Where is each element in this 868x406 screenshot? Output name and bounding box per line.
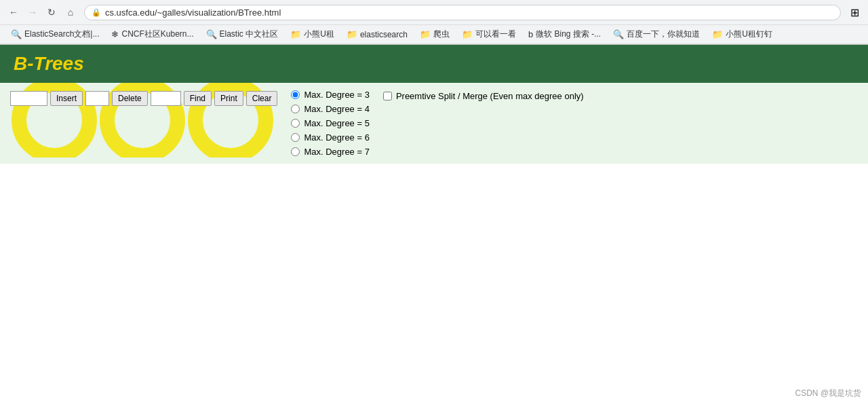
bookmark-3[interactable]: 📁 小熊U租 <box>285 27 340 41</box>
bookmark-2[interactable]: 🔍 Elastic 中文社区 <box>201 27 284 41</box>
address-text: cs.usfca.edu/~galles/visualization/BTree… <box>105 7 281 18</box>
controls-right: Max. Degree = 3 Max. Degree = 4 Max. Deg… <box>291 90 583 157</box>
radio-item-5[interactable]: Max. Degree = 5 <box>291 118 369 128</box>
bookmark-6[interactable]: 📁 可以看一看 <box>456 27 521 41</box>
delete-button[interactable]: Delete <box>112 91 148 106</box>
radio-item-7[interactable]: Max. Degree = 7 <box>291 147 369 157</box>
print-button[interactable]: Print <box>214 91 243 106</box>
back-button[interactable]: ← <box>5 4 22 20</box>
browser-toolbar: ← → ↻ ⌂ 🔒 cs.usfca.edu/~galles/visualiza… <box>0 0 868 25</box>
translate-icon[interactable]: ⊞ <box>846 4 863 20</box>
preemptive-section: Preemtive Split / Merge (Even max degree… <box>383 90 584 157</box>
browser-chrome: ← → ↻ ⌂ 🔒 cs.usfca.edu/~galles/visualiza… <box>0 0 868 45</box>
bookmark-0[interactable]: 🔍 ElasticSearch文档|... <box>5 27 104 41</box>
reload-button[interactable]: ↻ <box>43 4 60 20</box>
radio-item-6[interactable]: Max. Degree = 6 <box>291 132 369 143</box>
clear-button[interactable]: Clear <box>246 91 278 106</box>
preemptive-label[interactable]: Preemtive Split / Merge (Even max degree… <box>383 90 584 101</box>
insert-input[interactable] <box>10 91 47 106</box>
bookmark-9[interactable]: 📁 小熊U租钉钉 <box>707 27 778 41</box>
page-content: B-Trees Insert Delete Find Print Clear M… <box>0 45 868 164</box>
controls-left: Insert Delete Find Print Clear <box>10 90 277 106</box>
page-title: B-Trees <box>14 53 854 75</box>
radio-item-3[interactable]: Max. Degree = 3 <box>291 90 369 100</box>
page-header: B-Trees <box>0 45 868 83</box>
address-bar[interactable]: 🔒 cs.usfca.edu/~galles/visualization/BTr… <box>84 5 841 20</box>
home-button[interactable]: ⌂ <box>62 4 79 20</box>
radio-degree-7[interactable] <box>291 147 300 156</box>
preemptive-checkbox[interactable] <box>383 92 392 100</box>
radio-degree-3[interactable] <box>291 90 300 99</box>
radio-degree-6[interactable] <box>291 133 300 142</box>
radio-degree-4[interactable] <box>291 105 300 113</box>
forward-button[interactable]: → <box>24 4 41 20</box>
bookmark-1[interactable]: ❄ CNCF社区Kubern... <box>106 27 199 41</box>
bookmarks-bar: 🔍 ElasticSearch文档|... ❄ CNCF社区Kubern... … <box>0 25 868 44</box>
nav-buttons: ← → ↻ ⌂ <box>5 4 79 20</box>
bookmark-7[interactable]: b 微软 Bing 搜索 -... <box>523 27 606 41</box>
find-input[interactable] <box>151 91 181 106</box>
insert-button[interactable]: Insert <box>50 91 83 106</box>
radio-item-4[interactable]: Max. Degree = 4 <box>291 104 369 114</box>
find-button[interactable]: Find <box>184 91 212 106</box>
lock-icon: 🔒 <box>92 8 101 17</box>
bookmark-4[interactable]: 📁 elasticsearch <box>341 28 413 41</box>
controls-area: Insert Delete Find Print Clear Max. Degr… <box>0 83 868 164</box>
bookmark-5[interactable]: 📁 爬虫 <box>414 27 455 41</box>
degree-radio-group: Max. Degree = 3 Max. Degree = 4 Max. Deg… <box>291 90 369 157</box>
delete-input[interactable] <box>85 91 109 106</box>
bookmark-8[interactable]: 🔍 百度一下，你就知道 <box>608 27 705 41</box>
radio-degree-5[interactable] <box>291 119 300 128</box>
